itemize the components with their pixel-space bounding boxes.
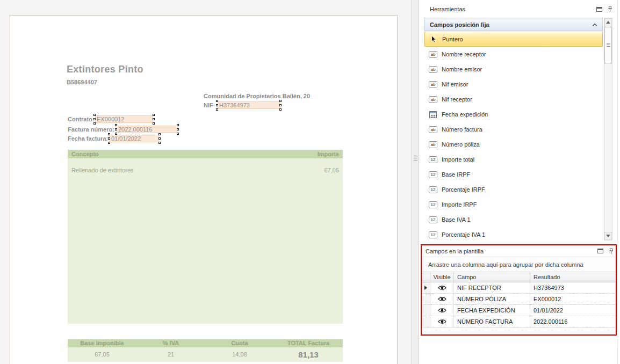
tool-item-numero-poliza[interactable]: ab Número póliza <box>424 137 603 152</box>
tool-item-puntero[interactable]: Puntero <box>424 32 603 47</box>
summary-value-cuota: 14,08 <box>205 347 274 362</box>
summary-header-row: Base imponible % IVA Cuota TOTAL Factura <box>68 339 343 347</box>
tool-item-fecha-expedicion[interactable]: Fecha expedición <box>424 107 603 122</box>
selection-handle[interactable] <box>279 104 282 106</box>
selection-handle[interactable] <box>158 142 161 144</box>
tool-item-label: Importe total <box>442 156 474 163</box>
tool-item-porcentaje-iva-1[interactable]: 12 Porcentaje IVA 1 <box>424 227 603 242</box>
tool-item-importe-irpf[interactable]: 12 Importe IRPF <box>424 197 603 212</box>
summary-value-iva: 21 <box>136 347 205 362</box>
selection-handle[interactable] <box>177 133 179 135</box>
visible-eye-icon[interactable] <box>437 295 448 303</box>
fields-panel-caption: Campos en la plantilla <box>422 245 616 257</box>
invoice-date-label: Fecha factura: <box>68 135 108 142</box>
tool-item-porcentaje-irpf[interactable]: 12 Porcentaje IRPF <box>424 182 603 197</box>
tool-item-nif-emisor[interactable]: ab Nif emisor <box>424 77 603 92</box>
visible-eye-icon[interactable] <box>437 307 448 315</box>
tool-item-label: Número póliza <box>442 141 480 148</box>
tool-item-numero-factura[interactable]: ab Número factura <box>424 122 603 137</box>
selection-handle[interactable] <box>153 114 155 116</box>
collapse-chevron-icon[interactable] <box>591 21 599 28</box>
selection-handle[interactable] <box>93 114 96 116</box>
invoice-template-page[interactable]: Extintores Pinto B58694407 Comunidad de … <box>10 15 398 364</box>
table-row[interactable]: NIF RECEPTOR H37364973 <box>422 282 616 294</box>
selection-handle[interactable] <box>108 142 110 144</box>
selection-handle[interactable] <box>177 124 179 126</box>
summary-header-iva: % IVA <box>136 339 205 347</box>
tool-item-nif-receptor[interactable]: ab Nif receptor <box>424 92 603 107</box>
campo-cell[interactable]: NIF RECEPTOR <box>454 282 530 293</box>
selection-handle[interactable] <box>108 133 110 135</box>
numeric-field-icon: 12 <box>428 186 438 194</box>
selection-handle[interactable] <box>177 128 179 130</box>
tool-item-base-irpf[interactable]: 12 Base IRPF <box>424 167 603 182</box>
column-header-campo[interactable]: Campo <box>454 272 530 282</box>
selection-handle[interactable] <box>153 122 155 125</box>
scroll-up-arrow-icon[interactable] <box>604 18 612 26</box>
template-field-numero-factura[interactable]: 2022.000116 <box>117 126 177 133</box>
selection-handle[interactable] <box>93 122 96 125</box>
visible-eye-icon[interactable] <box>437 318 448 326</box>
column-header-resultado[interactable]: Resultado <box>530 272 616 282</box>
resultado-cell[interactable]: EX000012 <box>530 294 616 304</box>
table-row[interactable]: FECHA EXPEDICIÓN 01/01/2022 <box>422 305 616 316</box>
numeric-field-icon: 12 <box>428 156 438 164</box>
column-header-visible[interactable]: Visible <box>430 272 454 282</box>
template-field-fecha-expedicion[interactable]: 01/01/2022 <box>110 135 159 142</box>
tool-item-label: Base IRPF <box>442 171 470 178</box>
scroll-down-arrow-icon[interactable] <box>604 232 612 240</box>
group-by-hint: Arrastre una columna aquí para agrupar p… <box>428 261 583 268</box>
tools-group-title: Campos posición fija <box>430 21 489 28</box>
selection-handle[interactable] <box>216 104 218 106</box>
calendar-icon <box>428 111 438 119</box>
tool-item-label: Nombre receptor <box>442 51 486 57</box>
selection-handle[interactable] <box>279 100 282 102</box>
tool-item-nombre-receptor[interactable]: ab Nombre receptor <box>424 47 603 62</box>
visible-eye-icon[interactable] <box>437 284 448 292</box>
campo-cell[interactable]: FECHA EXPEDICIÓN <box>454 305 530 316</box>
selection-handle[interactable] <box>158 137 161 140</box>
dock-zone-edge <box>617 0 618 364</box>
tool-item-importe-total[interactable]: 12 Importe total <box>424 152 603 167</box>
selection-handle[interactable] <box>216 100 218 102</box>
selection-handle[interactable] <box>153 118 155 120</box>
auto-hide-pin-icon[interactable] <box>609 248 614 254</box>
item-amount: 67,05 <box>324 167 339 173</box>
text-field-icon: ab <box>428 81 438 89</box>
vertical-splitter[interactable] <box>411 0 419 364</box>
text-field-icon: ab <box>428 126 438 134</box>
fields-panel-title: Campos en la plantilla <box>426 248 597 254</box>
campo-cell[interactable]: NÚMERO PÓLIZA <box>454 294 530 304</box>
tools-panel-caption: Herramientas <box>422 3 616 15</box>
tools-group-header[interactable]: Campos posición fija <box>424 18 603 31</box>
tool-item-base-iva-1[interactable]: 12 Base IVA 1 <box>424 212 603 227</box>
table-row[interactable]: NÚMERO PÓLIZA EX000012 <box>422 294 616 305</box>
tool-item-nombre-emisor[interactable]: ab Nombre emisor <box>424 62 603 77</box>
tool-item-label: Base IVA 1 <box>442 216 471 223</box>
template-field-nif-receptor[interactable]: H37364973 <box>218 101 280 109</box>
float-window-icon[interactable] <box>597 249 603 253</box>
selection-handle[interactable] <box>108 137 110 140</box>
table-row[interactable]: NÚMERO FACTURA 2022.000116 <box>422 316 616 327</box>
selection-handle[interactable] <box>115 124 117 126</box>
resultado-cell[interactable]: 01/01/2022 <box>530 305 616 316</box>
group-by-panel[interactable]: Arrastre una columna aquí para agrupar p… <box>422 257 616 272</box>
field-value: H37364973 <box>219 102 250 108</box>
campo-cell[interactable]: NÚMERO FACTURA <box>454 316 530 327</box>
selection-handle[interactable] <box>216 108 218 111</box>
scrollbar-thumb[interactable] <box>604 27 612 63</box>
document-canvas[interactable]: Extintores Pinto B58694407 Comunidad de … <box>0 0 411 364</box>
resultado-cell[interactable]: H37364973 <box>530 282 616 293</box>
selection-handle[interactable] <box>158 133 161 135</box>
selection-handle[interactable] <box>115 128 117 130</box>
tool-item-label: Porcentaje IRPF <box>442 186 485 193</box>
items-table-body: Rellenado de extintores 67,05 <box>68 158 343 324</box>
tool-item-label: Nombre emisor <box>442 66 482 72</box>
float-window-icon[interactable] <box>596 7 602 12</box>
tools-scrollbar[interactable] <box>604 18 612 241</box>
resultado-cell[interactable]: 2022.000116 <box>530 316 616 327</box>
selection-handle[interactable] <box>93 118 96 120</box>
selection-handle[interactable] <box>279 108 282 111</box>
auto-hide-pin-icon[interactable] <box>608 6 612 12</box>
template-field-numero-poliza[interactable]: EX000012 <box>95 115 153 123</box>
